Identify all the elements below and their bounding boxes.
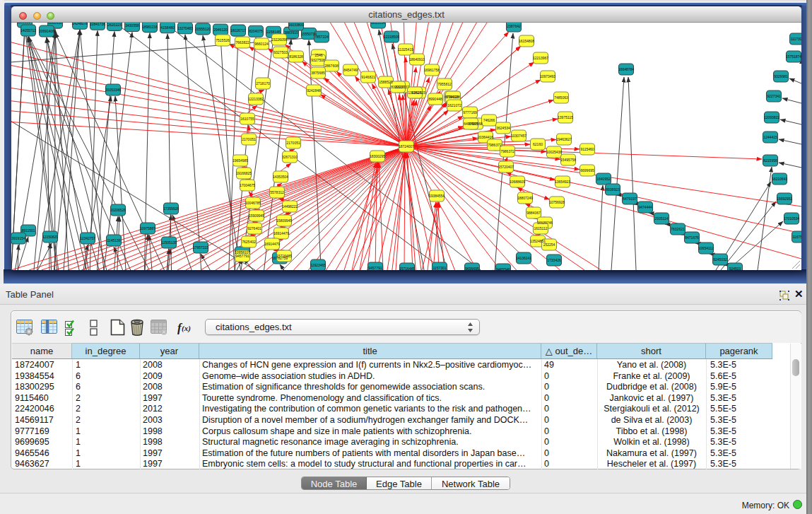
svg-text:16154808: 16154808 [519, 39, 534, 43]
svg-text:9327503: 9327503 [273, 50, 288, 54]
svg-text:8990448: 8990448 [428, 97, 442, 101]
svg-text:6061658: 6061658 [48, 23, 62, 25]
svg-text:16914479: 16914479 [264, 242, 280, 246]
svg-text:1145139: 1145139 [107, 238, 120, 243]
svg-text:19384554: 19384554 [429, 194, 445, 198]
svg-text:2620223: 2620223 [107, 23, 122, 27]
svg-text:2935114: 2935114 [654, 216, 668, 221]
svg-text:18300295: 18300295 [370, 154, 385, 158]
svg-text:6479197: 6479197 [623, 197, 637, 201]
svg-text:18026717: 18026717 [230, 28, 246, 33]
svg-text:9474444: 9474444 [638, 205, 652, 209]
svg-text:10973493: 10973493 [540, 74, 555, 78]
svg-text:11866024: 11866024 [17, 23, 33, 24]
svg-text:9457791: 9457791 [368, 266, 382, 270]
svg-text:12093822: 12093822 [764, 115, 779, 119]
svg-text:16648784: 16648784 [618, 67, 634, 71]
svg-text:14498222: 14498222 [282, 204, 298, 209]
svg-text:7625402: 7625402 [242, 240, 256, 244]
svg-text:16210643: 16210643 [772, 177, 787, 181]
svg-text:7663822: 7663822 [235, 40, 249, 45]
svg-text:9465546: 9465546 [496, 267, 510, 270]
svg-text:2170051: 2170051 [242, 137, 256, 141]
svg-text:8813054: 8813054 [371, 23, 385, 25]
svg-text:14248078: 14248078 [72, 23, 88, 25]
svg-text:1117301: 1117301 [791, 37, 801, 41]
svg-text:11325419: 11325419 [398, 47, 413, 52]
svg-text:2258145: 2258145 [266, 30, 281, 34]
svg-text:7986372: 7986372 [500, 149, 514, 153]
svg-text:19463627: 19463627 [556, 137, 572, 141]
svg-text:12505135: 12505135 [161, 240, 177, 245]
svg-text:9115460: 9115460 [580, 147, 594, 151]
svg-text:8204075: 8204075 [249, 29, 263, 33]
svg-text:2946120: 2946120 [213, 28, 228, 32]
svg-text:2387642: 2387642 [507, 24, 521, 28]
svg-text:9457791: 9457791 [235, 254, 249, 258]
svg-text:6794028: 6794028 [446, 95, 460, 99]
svg-text:10046785: 10046785 [245, 201, 261, 205]
svg-text:3624534: 3624534 [496, 126, 510, 130]
svg-text:8911501: 8911501 [21, 228, 35, 233]
svg-text:12213382: 12213382 [248, 97, 264, 101]
svg-text:10120746: 10120746 [537, 221, 553, 225]
svg-text:32671310: 32671310 [282, 155, 298, 159]
svg-text:3430558: 3430558 [125, 23, 139, 28]
svg-text:8471676: 8471676 [685, 235, 699, 240]
svg-text:8215958: 8215958 [763, 158, 777, 163]
svg-text:17957223: 17957223 [193, 245, 208, 250]
svg-text:9329981: 9329981 [774, 74, 788, 78]
svg-text:4158480: 4158480 [160, 25, 175, 30]
svg-text:15809945: 15809945 [276, 218, 292, 223]
svg-text:18807249: 18807249 [517, 196, 533, 200]
svg-text:12218506: 12218506 [384, 35, 399, 39]
svg-text:10756928: 10756928 [549, 200, 565, 204]
svg-text:1733426: 1733426 [547, 258, 561, 262]
svg-text:3883910: 3883910 [284, 30, 298, 35]
svg-text:15716485: 15716485 [399, 267, 415, 270]
svg-text:20364416: 20364416 [478, 135, 493, 139]
svg-text:22841736: 22841736 [90, 23, 105, 26]
svg-text:12213967: 12213967 [533, 56, 548, 60]
svg-text:1157301: 1157301 [433, 266, 446, 270]
svg-text:9660124: 9660124 [254, 42, 269, 46]
svg-text:3875685: 3875685 [311, 71, 325, 75]
svg-text:13975115: 13975115 [558, 115, 573, 119]
svg-text:7485063: 7485063 [554, 95, 568, 100]
svg-text:3919154: 3919154 [11, 236, 25, 240]
svg-text:12923465: 12923465 [310, 263, 326, 267]
svg-text:9245032: 9245032 [713, 257, 727, 262]
svg-text:2546: 2546 [314, 53, 322, 57]
svg-text:9276401: 9276401 [247, 226, 261, 230]
svg-text:23226058: 23226058 [271, 37, 287, 42]
svg-text:5578312: 5578312 [270, 190, 284, 194]
svg-text:20691406: 20691406 [39, 29, 54, 33]
svg-text:8938923: 8938923 [606, 187, 620, 192]
svg-text:8186328: 8186328 [289, 54, 303, 59]
svg-text:10688609: 10688609 [510, 180, 525, 184]
svg-text:7632621: 7632621 [671, 227, 685, 231]
svg-text:62160: 62160 [533, 142, 543, 146]
svg-text:9227341: 9227341 [767, 94, 781, 98]
svg-text:746266: 746266 [483, 118, 495, 122]
svg-text:252254: 252254 [543, 243, 555, 247]
svg-text:15751874: 15751874 [786, 54, 801, 59]
svg-text:9884067: 9884067 [526, 211, 541, 215]
svg-text:19166825: 19166825 [236, 171, 252, 175]
svg-text:14055713: 14055713 [20, 28, 36, 33]
svg-text:1621072: 1621072 [447, 103, 461, 107]
svg-text:924503: 924503 [729, 267, 741, 270]
svg-text:10307457: 10307457 [511, 134, 526, 138]
svg-text:13654923: 13654923 [555, 180, 570, 184]
svg-text:1640952: 1640952 [596, 177, 611, 181]
svg-text:1362615: 1362615 [408, 90, 422, 95]
svg-text:1588520: 1588520 [379, 80, 393, 84]
svg-text:9327508: 9327508 [311, 58, 325, 62]
svg-text:7986372: 7986372 [488, 143, 502, 147]
svg-text:10654112: 10654112 [698, 246, 714, 250]
svg-text:2718170: 2718170 [256, 81, 270, 86]
svg-text:20555120: 20555120 [195, 27, 211, 31]
svg-text:7515526: 7515526 [216, 38, 230, 42]
svg-text:2867608: 2867608 [324, 64, 339, 68]
svg-text:15909945: 15909945 [249, 214, 264, 218]
